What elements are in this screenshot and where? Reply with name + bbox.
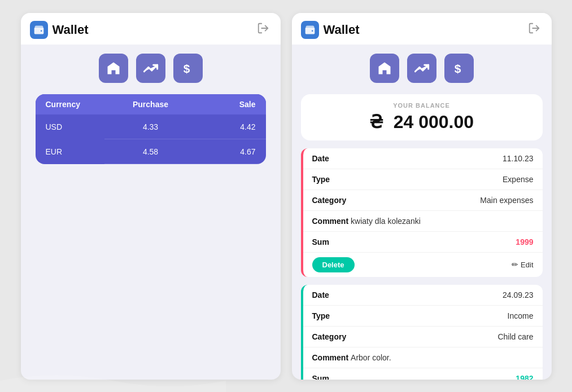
right-header-left: Wallet [301, 21, 360, 39]
chart-icon-left [143, 60, 159, 76]
dollar-icon-left: $ [180, 60, 196, 76]
wallet-icon-right [301, 21, 319, 39]
right-body: $ YOUR BALANCE ₴ 24 000.00 Date 11.10.23… [292, 45, 552, 380]
dollar-icon-right: $ [451, 60, 467, 76]
tx2-type-row: Type Income [303, 306, 543, 327]
tx1-sum-label: Sum [312, 237, 329, 246]
eur-sale: 4.67 [186, 147, 256, 156]
left-app-title: Wallet [53, 23, 89, 37]
svg-rect-0 [34, 27, 43, 34]
tx2-date-row: Date 24.09.23 [303, 285, 543, 306]
tx1-actions: Delete ✏ Edit [303, 253, 543, 277]
left-panel: Wallet [21, 13, 281, 380]
currency-row-eur: EUR 4.58 4.67 [36, 139, 266, 164]
tx2-date-label: Date [312, 290, 329, 299]
currency-card: Currency Purchase Sale USD 4.33 4.42 EUR… [36, 94, 266, 164]
tx1-edit-button[interactable]: ✏ Edit [512, 260, 533, 269]
balance-amount: ₴ 24 000.00 [312, 111, 531, 133]
balance-card: YOUR BALANCE ₴ 24 000.00 [301, 94, 543, 140]
balance-label: YOUR BALANCE [312, 102, 531, 109]
right-nav-icons: $ [301, 54, 543, 83]
home-icon-left [106, 60, 121, 76]
tx1-date-value: 11.10.23 [503, 154, 534, 163]
tx2-comment: CommentArbor color. [312, 353, 391, 362]
left-header-left: Wallet [30, 21, 89, 39]
wallet-icon-left [30, 21, 48, 39]
right-nav-chart[interactable] [407, 54, 436, 83]
tx1-delete-button[interactable]: Delete [312, 257, 355, 272]
tx1-date-label: Date [312, 154, 329, 163]
tx1-type-row: Type Expense [303, 169, 543, 190]
col-currency: Currency [46, 100, 116, 109]
transaction-card-2: Date 24.09.23 Type Income Category Child… [301, 285, 543, 380]
chart-icon-right [414, 60, 430, 76]
left-body: $ Currency Purchase Sale USD 4.33 4.42 E… [21, 45, 281, 380]
right-nav-dollar[interactable]: $ [444, 54, 474, 83]
eur-purchase: 4.58 [116, 147, 186, 156]
right-header: Wallet [292, 13, 552, 45]
tx1-sum-row: Sum 1999 [303, 232, 543, 253]
left-nav-icons: $ [30, 54, 272, 83]
eur-label: EUR [46, 147, 116, 156]
col-sale: Sale [186, 100, 256, 109]
tx1-type-label: Type [312, 175, 330, 184]
svg-text:$: $ [183, 62, 190, 75]
tx1-type-value: Expense [503, 175, 533, 184]
tx1-category-value: Main expenses [480, 196, 533, 205]
transaction-card-1: Date 11.10.23 Type Expense Category Main… [301, 148, 543, 277]
tx1-category-row: Category Main expenses [303, 190, 543, 211]
tx2-comment-label: Comment [312, 353, 349, 362]
left-nav-home[interactable] [99, 54, 128, 83]
tx2-sum-value: 1982 [516, 374, 533, 380]
tx2-sum-row: Sum 1982 [303, 368, 543, 380]
tx1-comment-row: Commentkwiaty dla kolezanki [303, 211, 543, 232]
left-nav-dollar[interactable]: $ [173, 54, 203, 83]
svg-point-1 [40, 30, 42, 32]
tx2-sum-label: Sum [312, 374, 329, 380]
tx2-comment-row: CommentArbor color. [303, 347, 543, 368]
tx1-edit-label: Edit [521, 261, 533, 269]
tx1-comment-value: kwiaty dla kolezanki [351, 217, 421, 226]
svg-text:$: $ [454, 62, 461, 75]
tx2-category-label: Category [312, 332, 347, 341]
wallet-svg-right [304, 24, 316, 36]
tx1-comment: Commentkwiaty dla kolezanki [312, 217, 421, 226]
left-header: Wallet [21, 13, 281, 45]
svg-rect-4 [305, 27, 315, 34]
currency-header: Currency Purchase Sale [36, 94, 266, 114]
tx1-category-label: Category [312, 196, 347, 205]
right-panel: Wallet [292, 13, 552, 380]
tx2-comment-value: Arbor color. [351, 353, 391, 362]
right-nav-home[interactable] [370, 54, 399, 83]
usd-purchase: 4.33 [116, 122, 186, 131]
usd-label: USD [46, 122, 116, 131]
balance-value: 24 000.00 [394, 112, 474, 132]
left-logout-icon[interactable] [257, 22, 269, 37]
tx2-type-label: Type [312, 311, 330, 320]
tx1-date-row: Date 11.10.23 [303, 148, 543, 169]
usd-sale: 4.42 [186, 122, 256, 131]
col-purchase: Purchase [116, 100, 186, 109]
tx1-comment-label: Comment [312, 217, 349, 226]
pencil-icon-1: ✏ [512, 260, 518, 269]
balance-currency-symbol: ₴ [369, 112, 383, 132]
tx2-category-row: Category Child care [303, 327, 543, 347]
tx2-type-value: Income [508, 311, 534, 320]
tx2-date-value: 24.09.23 [503, 290, 534, 299]
left-nav-chart[interactable] [136, 54, 165, 83]
right-logout-icon[interactable] [528, 22, 540, 37]
svg-point-5 [311, 30, 313, 32]
tx1-sum-value: 1999 [516, 237, 533, 246]
currency-row-usd: USD 4.33 4.42 [36, 114, 266, 139]
tx2-category-value: Child care [497, 332, 533, 341]
right-app-title: Wallet [324, 23, 360, 37]
wallet-svg-left [33, 24, 45, 36]
home-icon-right [377, 60, 392, 76]
